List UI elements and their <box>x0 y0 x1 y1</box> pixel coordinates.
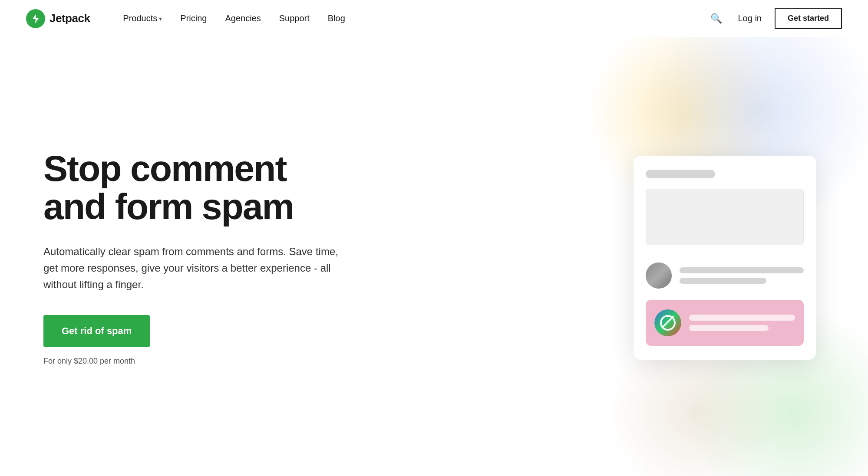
hero-subtitle: Automatically clear spam from comments a… <box>43 243 339 293</box>
chevron-down-icon: ▾ <box>159 15 162 22</box>
ui-illustration <box>634 156 816 360</box>
ui-card <box>634 156 816 360</box>
brand-name: Jetpack <box>50 12 90 25</box>
hero-title: Stop comment and form spam <box>43 149 356 226</box>
header: Jetpack Products ▾ Pricing Agencies Supp… <box>0 0 868 37</box>
avatar <box>646 263 672 289</box>
comment-line-1 <box>680 267 804 273</box>
logo-icon <box>26 9 45 28</box>
hero-content: Stop comment and form spam Automatically… <box>0 115 391 400</box>
nav-item-blog[interactable]: Blog <box>321 10 352 27</box>
nav-item-products[interactable]: Products ▾ <box>116 10 169 27</box>
svg-marker-0 <box>33 14 39 23</box>
nav-item-agencies[interactable]: Agencies <box>218 10 267 27</box>
login-link[interactable]: Log in <box>738 13 762 23</box>
spam-icon-overlay <box>654 309 681 336</box>
logo-area[interactable]: Jetpack <box>26 9 90 28</box>
get-started-button[interactable]: Get started <box>775 8 842 29</box>
cta-button[interactable]: Get rid of spam <box>43 315 150 347</box>
header-right: 🔍 Log in Get started <box>708 8 842 29</box>
spam-row <box>646 300 804 346</box>
search-icon: 🔍 <box>710 13 722 24</box>
nav-item-pricing[interactable]: Pricing <box>173 10 214 27</box>
spam-line-1 <box>689 315 795 321</box>
no-entry-icon <box>660 315 676 331</box>
nav-item-support[interactable]: Support <box>272 10 317 27</box>
ui-card-image-placeholder <box>646 189 804 245</box>
comment-line-2 <box>680 278 766 284</box>
spam-line-2 <box>689 325 769 331</box>
ui-card-top-bar <box>646 170 715 178</box>
main-nav: Products ▾ Pricing Agencies Support Blog <box>116 10 708 27</box>
main-content: Stop comment and form spam Automatically… <box>0 37 868 476</box>
spam-avatar <box>654 309 681 336</box>
spam-comment-lines <box>689 315 795 331</box>
comment-lines <box>680 267 804 284</box>
avatar-image <box>646 263 672 289</box>
ui-comment-row <box>646 259 804 292</box>
price-note: For only $20.00 per month <box>43 357 356 366</box>
search-button[interactable]: 🔍 <box>708 10 725 27</box>
